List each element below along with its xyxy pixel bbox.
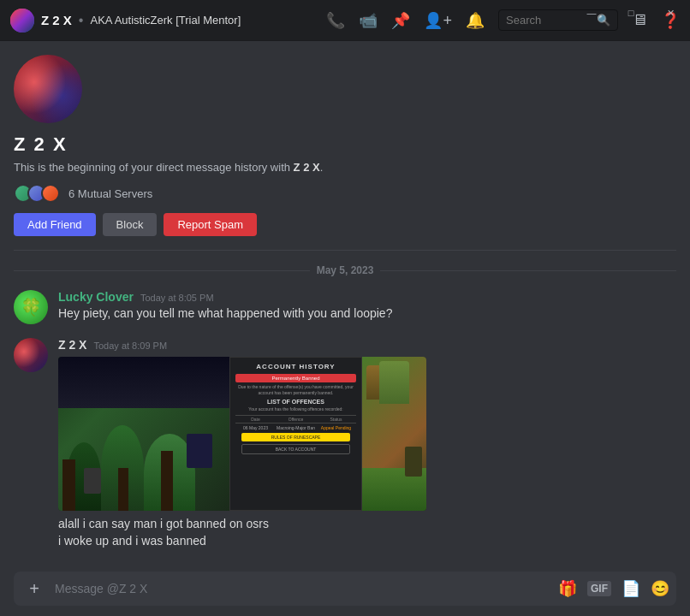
message-group: 🍀 Lucky Clover Today at 8:05 PM Hey piet… xyxy=(14,290,676,324)
message-header: Lucky Clover Today at 8:05 PM xyxy=(58,290,676,304)
gif-icon[interactable]: GIF xyxy=(587,581,611,596)
message-text: Hey piety, can you tell me what happened… xyxy=(58,305,676,323)
add-friend-button[interactable]: Add Friend xyxy=(14,213,96,236)
message-content: Z 2 X Today at 8:09 PM xyxy=(58,338,676,549)
acc-banned-text: Due to the nature of the offense(s) you … xyxy=(235,384,356,395)
profile-avatar xyxy=(14,55,82,123)
mutual-avatars xyxy=(14,184,55,203)
file-icon[interactable]: 📄 xyxy=(622,579,640,598)
message-header: Z 2 X Today at 8:09 PM xyxy=(58,338,676,352)
pin-icon[interactable]: 📌 xyxy=(391,11,410,30)
date-separator: May 5, 2023 xyxy=(14,264,676,276)
acc-offences-title: LIST OF OFFENCES xyxy=(267,399,324,405)
chat-area: Z 2 X This is the beginning of your dire… xyxy=(0,41,690,561)
image-left-panel xyxy=(58,357,229,511)
acc-th-offence: Offence xyxy=(276,417,316,422)
add-friend-icon[interactable]: 👤+ xyxy=(424,11,452,30)
avatar: 🍀 xyxy=(14,290,48,324)
mutual-avatar-3 xyxy=(41,184,60,203)
acc-back-btn: BACK TO ACCOUNT xyxy=(241,444,350,454)
message-text: alall i can say man i got banned on osrs xyxy=(58,516,676,533)
input-wrapper: + 🎁 GIF 📄 😊 xyxy=(14,572,676,606)
acc-rules-btn: RULES OF RUNESCAPE xyxy=(241,433,350,441)
acc-table-header: Date Offence Status xyxy=(235,415,356,424)
video-icon[interactable]: 📹 xyxy=(359,11,378,30)
profile-intro: This is the beginning of your direct mes… xyxy=(14,161,676,174)
avatar xyxy=(14,338,48,372)
message-group: Z 2 X Today at 8:09 PM xyxy=(14,338,676,549)
close-button[interactable]: ✕ xyxy=(651,0,690,26)
input-area: + 🎁 GIF 📄 😊 xyxy=(0,561,690,616)
input-actions: 🎁 GIF 📄 😊 xyxy=(558,579,669,598)
message-time: Today at 8:05 PM xyxy=(140,293,214,303)
window-controls: — □ ✕ xyxy=(572,0,690,26)
image-center-panel: ACCOUNT HISTORY Permanently Banned Due t… xyxy=(229,357,362,511)
title-username: Z 2 X xyxy=(41,13,72,27)
acc-td-status: Appeal Pending xyxy=(316,425,356,430)
main-content: Z 2 X This is the beginning of your dire… xyxy=(0,41,690,616)
phone-icon[interactable]: 📞 xyxy=(326,11,345,30)
message-content: Lucky Clover Today at 8:05 PM Hey piety,… xyxy=(58,290,676,324)
mutual-servers: 6 Mutual Servers xyxy=(14,184,676,203)
minimize-button[interactable]: — xyxy=(572,0,611,26)
acc-history-title: ACCOUNT HISTORY xyxy=(256,363,335,370)
acc-banned-badge: Permanently Banned xyxy=(235,374,356,382)
profile-header: Z 2 X This is the beginning of your dire… xyxy=(14,55,676,251)
acc-offences-sub: Your account has the following offences … xyxy=(248,406,342,412)
block-button[interactable]: Block xyxy=(103,213,158,236)
acc-table-row: 06 May 2023 Macroing-Major Ban Appeal Pe… xyxy=(235,425,356,430)
report-spam-button[interactable]: Report Spam xyxy=(164,213,257,236)
message-text: i woke up and i was banned xyxy=(58,533,676,550)
attach-button[interactable]: + xyxy=(21,575,48,602)
title-avatar xyxy=(10,9,34,33)
title-separator: • xyxy=(79,13,84,28)
message-time: Today at 8:09 PM xyxy=(93,341,167,351)
emoji-icon[interactable]: 😊 xyxy=(651,579,669,598)
title-aka: AKA AutisticZerk [Trial Mentor] xyxy=(90,14,241,27)
maximize-button[interactable]: □ xyxy=(611,0,651,26)
acc-th-status: Status xyxy=(316,417,356,422)
chat-image: ACCOUNT HISTORY Permanently Banned Due t… xyxy=(58,357,426,511)
inbox-icon[interactable]: 🔔 xyxy=(466,11,485,30)
message-author: Lucky Clover xyxy=(58,290,134,304)
action-buttons: Add Friend Block Report Spam xyxy=(14,213,676,236)
acc-td-offence: Macroing-Major Ban xyxy=(276,425,316,430)
image-right-panel xyxy=(362,357,426,511)
profile-name: Z 2 X xyxy=(14,133,676,156)
message-author: Z 2 X xyxy=(58,338,86,352)
acc-td-date: 06 May 2023 xyxy=(235,425,276,430)
title-bar-left: Z 2 X • AKA AutisticZerk [Trial Mentor] xyxy=(10,9,326,33)
gift-icon[interactable]: 🎁 xyxy=(558,579,577,598)
acc-th-date: Date xyxy=(235,417,276,422)
message-input[interactable] xyxy=(55,572,551,606)
mutual-count: 6 Mutual Servers xyxy=(68,187,152,200)
